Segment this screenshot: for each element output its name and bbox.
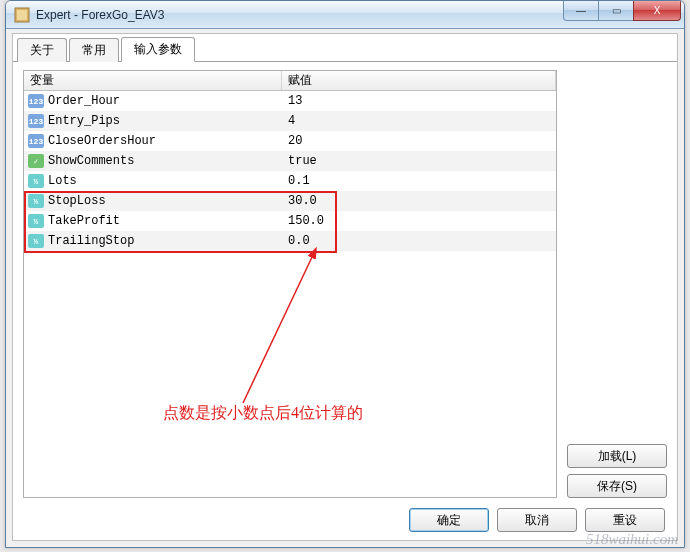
- window-title: Expert - ForexGo_EAV3: [36, 8, 165, 22]
- param-name: ShowComments: [48, 154, 134, 168]
- int-type-icon: 123: [28, 94, 44, 108]
- param-row[interactable]: ½Lots0.1: [24, 171, 556, 191]
- svg-rect-1: [17, 10, 27, 20]
- cancel-button[interactable]: 取消: [497, 508, 577, 532]
- param-name: Order_Hour: [48, 94, 120, 108]
- dbl-type-icon: ½: [28, 174, 44, 188]
- param-name: TrailingStop: [48, 234, 134, 248]
- param-row[interactable]: 123Entry_Pips4: [24, 111, 556, 131]
- param-value[interactable]: 0.0: [282, 231, 556, 251]
- param-value[interactable]: 150.0: [282, 211, 556, 231]
- tab-inputs[interactable]: 输入参数: [121, 37, 195, 62]
- param-row[interactable]: ½StopLoss30.0: [24, 191, 556, 211]
- int-type-icon: 123: [28, 134, 44, 148]
- app-icon: [14, 7, 30, 23]
- bool-type-icon: ✓: [28, 154, 44, 168]
- header-value[interactable]: 赋值: [282, 71, 556, 90]
- tab-bar: 关于 常用 输入参数: [13, 38, 677, 62]
- titlebar[interactable]: Expert - ForexGo_EAV3 — ▭ X: [6, 1, 684, 29]
- param-value[interactable]: 0.1: [282, 171, 556, 191]
- minimize-button[interactable]: —: [563, 1, 599, 21]
- param-value[interactable]: true: [282, 151, 556, 171]
- param-row[interactable]: 123Order_Hour13: [24, 91, 556, 111]
- grid-header: 变量 赋值: [24, 71, 556, 91]
- param-value[interactable]: 4: [282, 111, 556, 131]
- int-type-icon: 123: [28, 114, 44, 128]
- param-name: Entry_Pips: [48, 114, 120, 128]
- dialog-buttons: 确定 取消 重设: [409, 508, 665, 532]
- param-value[interactable]: 20: [282, 131, 556, 151]
- param-name: Lots: [48, 174, 77, 188]
- param-row[interactable]: 123CloseOrdersHour20: [24, 131, 556, 151]
- inputs-pane: 变量 赋值 123Order_Hour13123Entry_Pips4123Cl…: [23, 70, 667, 498]
- param-name: StopLoss: [48, 194, 106, 208]
- reset-button[interactable]: 重设: [585, 508, 665, 532]
- dbl-type-icon: ½: [28, 194, 44, 208]
- load-button[interactable]: 加载(L): [567, 444, 667, 468]
- parameters-grid[interactable]: 变量 赋值 123Order_Hour13123Entry_Pips4123Cl…: [23, 70, 557, 498]
- header-variable[interactable]: 变量: [24, 71, 282, 90]
- param-row[interactable]: ✓ShowCommentstrue: [24, 151, 556, 171]
- dbl-type-icon: ½: [28, 214, 44, 228]
- tab-common[interactable]: 常用: [69, 38, 119, 62]
- param-value[interactable]: 13: [282, 91, 556, 111]
- dbl-type-icon: ½: [28, 234, 44, 248]
- annotation-text: 点数是按小数点后4位计算的: [163, 403, 363, 424]
- param-row[interactable]: ½TrailingStop0.0: [24, 231, 556, 251]
- param-name: TakeProfit: [48, 214, 120, 228]
- param-row[interactable]: ½TakeProfit150.0: [24, 211, 556, 231]
- client-area: 关于 常用 输入参数 变量 赋值 123Order_Hour13123Entry…: [12, 33, 678, 541]
- param-value[interactable]: 30.0: [282, 191, 556, 211]
- save-button[interactable]: 保存(S): [567, 474, 667, 498]
- maximize-button[interactable]: ▭: [598, 1, 634, 21]
- close-button[interactable]: X: [633, 1, 681, 21]
- param-name: CloseOrdersHour: [48, 134, 156, 148]
- tab-about[interactable]: 关于: [17, 38, 67, 62]
- ok-button[interactable]: 确定: [409, 508, 489, 532]
- expert-dialog: Expert - ForexGo_EAV3 — ▭ X 关于 常用 输入参数 变…: [5, 0, 685, 548]
